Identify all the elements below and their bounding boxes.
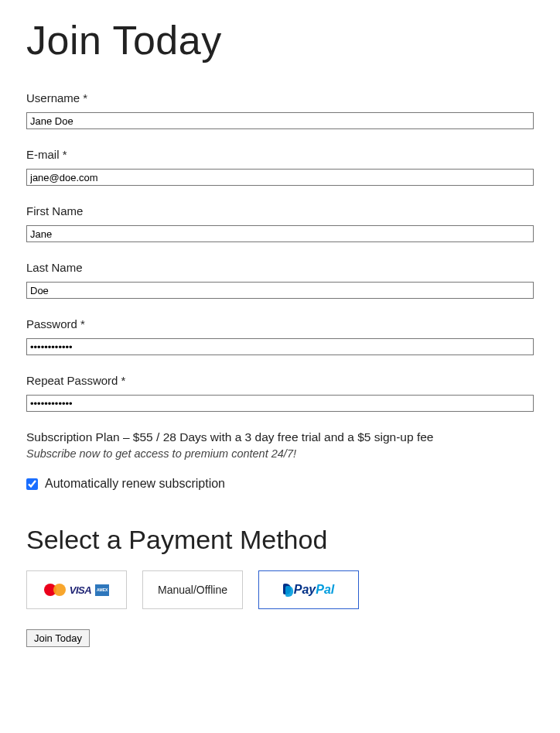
username-group: Username * [26, 91, 534, 129]
auto-renew-label: Automatically renew subscription [45, 477, 225, 491]
email-label: E-mail * [26, 148, 534, 161]
email-input[interactable] [26, 169, 534, 186]
password-label: Password * [26, 317, 534, 331]
mastercard-icon [44, 583, 66, 597]
username-input[interactable] [26, 112, 534, 129]
email-group: E-mail * [26, 148, 534, 186]
payment-methods: VISA AMEX Manual/Offline PayPal [26, 570, 534, 609]
repeat-password-group: Repeat Password * [26, 374, 534, 412]
paypal-pay-text: Pay [294, 583, 316, 596]
password-group: Password * [26, 317, 534, 355]
payment-option-paypal[interactable]: PayPal [258, 570, 359, 609]
auto-renew-checkbox[interactable] [26, 478, 38, 490]
page-title: Join Today [26, 17, 534, 63]
paypal-pal-text: Pal [316, 583, 334, 596]
password-input[interactable] [26, 338, 534, 355]
repeat-password-label: Repeat Password * [26, 374, 534, 387]
manual-label: Manual/Offline [158, 584, 227, 596]
auto-renew-row[interactable]: Automatically renew subscription [26, 477, 534, 491]
last-name-label: Last Name [26, 261, 534, 274]
payment-option-cards[interactable]: VISA AMEX [26, 570, 127, 609]
username-label: Username * [26, 91, 534, 104]
payment-method-heading: Select a Payment Method [26, 525, 534, 555]
paypal-icon [283, 584, 292, 596]
payment-option-manual[interactable]: Manual/Offline [142, 570, 243, 609]
repeat-password-input[interactable] [26, 395, 534, 412]
subscription-plan-text: Subscription Plan – $55 / 28 Days with a… [26, 430, 534, 444]
first-name-input[interactable] [26, 225, 534, 242]
first-name-group: First Name [26, 204, 534, 242]
subscription-plan-description: Subscribe now to get access to premium c… [26, 447, 534, 460]
first-name-label: First Name [26, 204, 534, 218]
last-name-input[interactable] [26, 282, 534, 299]
last-name-group: Last Name [26, 261, 534, 299]
amex-icon: AMEX [95, 584, 109, 596]
join-today-button[interactable]: Join Today [26, 629, 90, 647]
visa-icon: VISA [70, 584, 91, 596]
